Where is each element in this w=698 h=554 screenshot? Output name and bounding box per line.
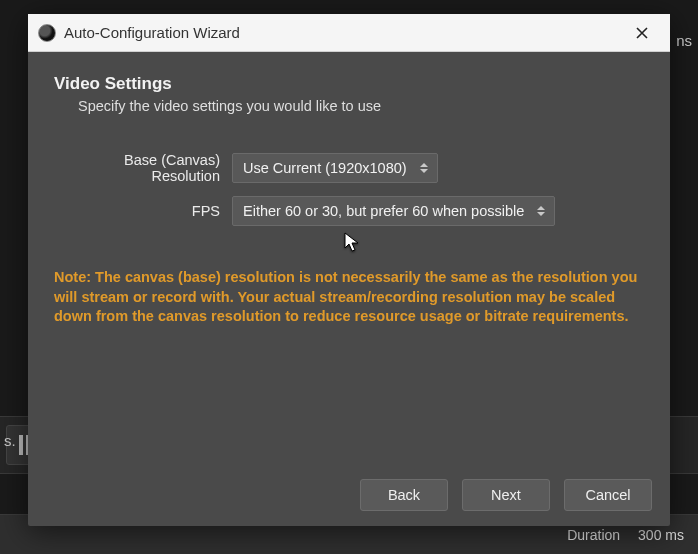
fps-select-value: Either 60 or 30, but prefer 60 when poss… bbox=[243, 203, 524, 219]
resolution-select-value: Use Current (1920x1080) bbox=[243, 160, 407, 176]
page-title: Video Settings bbox=[54, 74, 644, 94]
page-subtitle: Specify the video settings you would lik… bbox=[78, 98, 644, 114]
back-button[interactable]: Back bbox=[360, 479, 448, 511]
resolution-note: Note: The canvas (base) resolution is no… bbox=[54, 268, 644, 327]
video-settings-form: Base (Canvas) Resolution Use Current (19… bbox=[54, 152, 644, 226]
stepper-icon bbox=[532, 200, 550, 222]
obs-logo-icon bbox=[38, 24, 56, 42]
dialog-titlebar: Auto-Configuration Wizard bbox=[28, 14, 670, 52]
dialog-title: Auto-Configuration Wizard bbox=[64, 24, 240, 41]
fps-row: FPS Either 60 or 30, but prefer 60 when … bbox=[54, 196, 644, 226]
back-button-label: Back bbox=[388, 487, 420, 503]
next-button-label: Next bbox=[491, 487, 521, 503]
dialog-footer: Back Next Cancel bbox=[28, 464, 670, 526]
mouse-cursor-icon bbox=[344, 232, 362, 254]
status-duration-label: Duration bbox=[567, 527, 620, 543]
resolution-label: Base (Canvas) Resolution bbox=[54, 152, 220, 184]
dialog-content: Video Settings Specify the video setting… bbox=[28, 52, 670, 464]
status-duration-value: 300 ms bbox=[638, 527, 684, 543]
bg-truncated-text: ns bbox=[676, 32, 692, 49]
close-button[interactable] bbox=[622, 18, 662, 48]
auto-config-wizard-dialog: Auto-Configuration Wizard Video Settings… bbox=[28, 14, 670, 526]
fps-label: FPS bbox=[54, 203, 220, 219]
stepper-icon bbox=[415, 157, 433, 179]
cancel-button-label: Cancel bbox=[585, 487, 630, 503]
resolution-row: Base (Canvas) Resolution Use Current (19… bbox=[54, 152, 644, 184]
bg-truncated-text: s. bbox=[4, 432, 16, 449]
cancel-button[interactable]: Cancel bbox=[564, 479, 652, 511]
next-button[interactable]: Next bbox=[462, 479, 550, 511]
resolution-select[interactable]: Use Current (1920x1080) bbox=[232, 153, 438, 183]
fps-select[interactable]: Either 60 or 30, but prefer 60 when poss… bbox=[232, 196, 555, 226]
close-icon bbox=[635, 26, 649, 40]
